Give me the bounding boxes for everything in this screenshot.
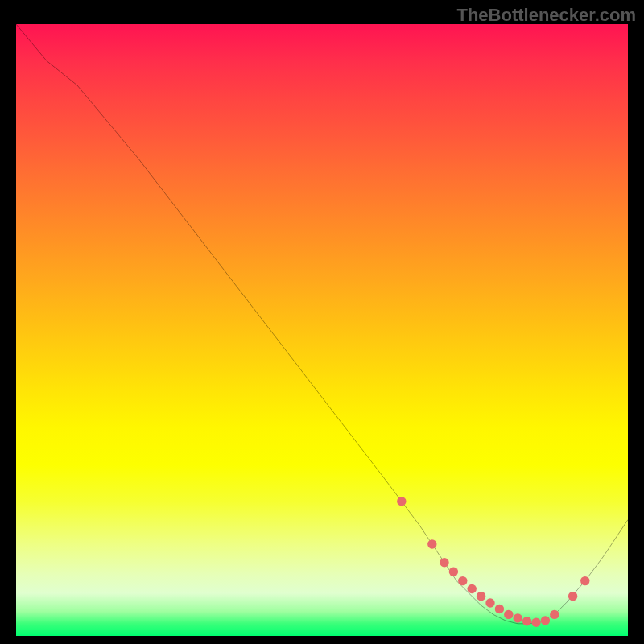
- chart-svg: [16, 24, 628, 636]
- data-point: [440, 558, 448, 567]
- line-series: [16, 24, 628, 624]
- data-point: [514, 613, 522, 622]
- data-point: [468, 584, 477, 593]
- data-point: [550, 610, 559, 619]
- data-point: [522, 617, 531, 625]
- data-point: [504, 610, 513, 619]
- dot-series: [397, 497, 589, 627]
- data-point: [568, 592, 577, 601]
- data-point: [580, 576, 589, 585]
- data-point: [449, 568, 458, 576]
- data-point: [458, 576, 467, 585]
- chart-container: TheBottlenecker.com: [0, 0, 644, 644]
- data-point: [541, 616, 550, 625]
- watermark-text: TheBottlenecker.com: [456, 5, 636, 26]
- data-point: [485, 598, 494, 607]
- data-point: [495, 605, 504, 613]
- plot-area: [16, 24, 628, 636]
- data-point: [427, 539, 436, 548]
- data-point: [477, 592, 485, 601]
- data-point: [397, 497, 406, 506]
- data-point: [531, 618, 540, 627]
